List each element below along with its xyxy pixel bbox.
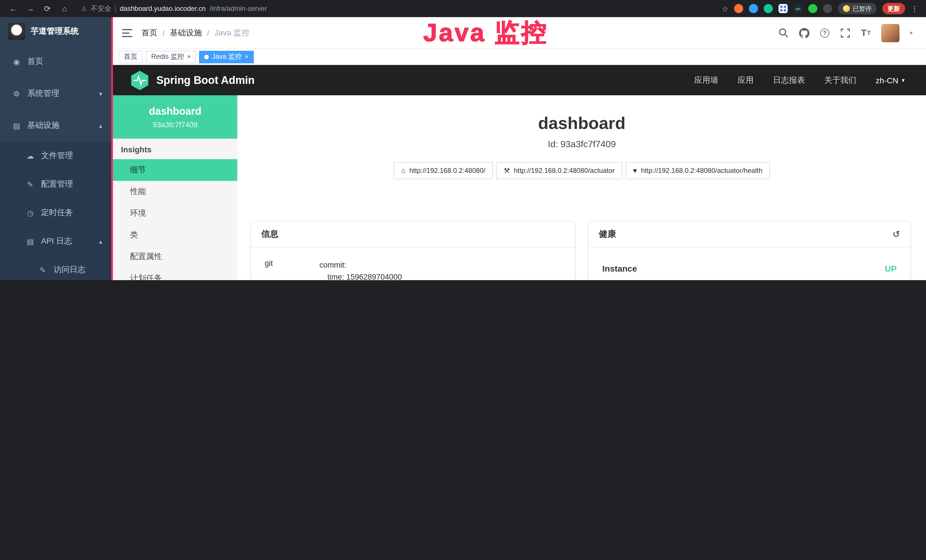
- browser-update-button[interactable]: 更新: [882, 3, 905, 14]
- address-divider: [115, 5, 116, 12]
- sba-menu-metrics[interactable]: 性能: [113, 181, 237, 203]
- search-icon[interactable]: [779, 27, 789, 38]
- sba-nav-wallboard[interactable]: 应用墙: [694, 75, 719, 85]
- sidebar-item-home[interactable]: ◉ 首页: [0, 45, 111, 77]
- info-card-title: 信息: [251, 221, 575, 248]
- sba-header: Spring Boot Admin 应用墙 应用 日志报表 关于我们 zh-CN…: [113, 65, 926, 95]
- health-instance-label: Instance: [602, 263, 637, 273]
- avatar-caret-icon[interactable]: ▾: [910, 30, 912, 36]
- hamburger-icon[interactable]: [122, 28, 132, 37]
- sba-nav: 应用墙 应用 日志报表 关于我们 zh-CN ▾: [694, 75, 905, 85]
- access-log-icon: ✎: [38, 266, 48, 274]
- sidebar-item-file-management[interactable]: ☁ 文件管理: [0, 141, 111, 170]
- extension-icon-1[interactable]: [734, 4, 743, 13]
- sidebar-item-label: API 日志: [41, 236, 72, 247]
- chevron-up-icon: ▴: [99, 123, 102, 129]
- health-status-badge: UP: [885, 263, 897, 273]
- tab-label: Java 监控: [212, 52, 242, 62]
- help-icon[interactable]: ?: [820, 27, 830, 38]
- logo-image: [8, 23, 25, 40]
- browser-home-icon[interactable]: ⌂: [59, 4, 70, 13]
- instance-name: dashboard: [149, 105, 201, 117]
- close-icon[interactable]: ×: [245, 54, 248, 60]
- sidebar-item-api-logs[interactable]: ▤ API 日志 ▴: [0, 227, 111, 256]
- sba-menu-scheduled-tasks[interactable]: 计划任务: [113, 268, 237, 280]
- paused-badge[interactable]: 已暂停: [838, 3, 877, 14]
- emoji-face-icon: [843, 5, 850, 12]
- extension-icon-4[interactable]: [779, 4, 788, 13]
- instance-id: 93a3fc7f7409: [153, 120, 198, 129]
- sba-body: dashboard 93a3fc7f7409 Insights 细节 性能 环境…: [113, 95, 926, 280]
- browser-menu-icon[interactable]: ⋮: [911, 4, 918, 13]
- sba-nav-about[interactable]: 关于我们: [825, 75, 856, 85]
- infrastructure-submenu: ☁ 文件管理 ✎ 配置管理 ◷ 定时任务 ▤ API 日志 ▴ ✎ 访问日志 ✎: [0, 141, 111, 280]
- instance-header[interactable]: dashboard 93a3fc7f7409: [113, 95, 237, 139]
- fullscreen-icon[interactable]: [840, 27, 850, 38]
- sidebar-item-config-management[interactable]: ✎ 配置管理: [0, 170, 111, 198]
- extension-icon-2[interactable]: [749, 4, 758, 13]
- page-instance-id: Id: 93a3fc7f7409: [237, 139, 926, 150]
- annotation-java-monitor: Java 监控: [423, 16, 548, 50]
- font-size-icon[interactable]: T T: [861, 27, 871, 38]
- tab-home[interactable]: 首页: [119, 50, 142, 63]
- security-warning-icon: ⚠: [81, 5, 87, 12]
- sba-menu-classes[interactable]: 类: [113, 224, 237, 246]
- tab-redis-monitor[interactable]: Redis 监控 ×: [146, 50, 196, 63]
- sba-nav-journal[interactable]: 日志报表: [773, 75, 805, 85]
- extension-icon-6[interactable]: [808, 4, 817, 13]
- browser-chrome: ← → ⟳ ⌂ ⚠ 不安全 dashboard.yudao.iocoder.cn…: [0, 0, 926, 17]
- user-avatar[interactable]: [881, 24, 899, 42]
- tab-label: Redis 监控: [151, 52, 184, 62]
- instance-links: ⌂ http://192.168.0.2:48080/ ⚒ http://192…: [237, 162, 926, 179]
- info-card: 信息 git commit: time: 1596289704000 id: 2…: [251, 221, 575, 280]
- breadcrumb-current: Java 监控: [215, 28, 250, 38]
- question-mark: ?: [820, 28, 829, 37]
- sba-brand[interactable]: Spring Boot Admin: [130, 70, 255, 91]
- tab-java-monitor[interactable]: Java 监控 ×: [199, 50, 254, 63]
- health-card: 健康 ↺ Instance UP: [589, 221, 910, 280]
- sba-menu-config-props[interactable]: 配置属性: [113, 246, 237, 268]
- instance-title-block: dashboard Id: 93a3fc7f7409 ⌂ http://192.…: [237, 95, 926, 179]
- sidebar-item-system[interactable]: ⚙ 系统管理 ▾: [0, 77, 111, 109]
- dashboard-icon: ◉: [11, 58, 22, 66]
- extension-icon-3[interactable]: [764, 4, 773, 13]
- locale-selector[interactable]: zh-CN ▾: [876, 76, 905, 85]
- bookmark-star-icon[interactable]: ☆: [722, 4, 728, 13]
- sidebar-item-label: 基础设施: [27, 120, 59, 131]
- sidebar-item-access-logs[interactable]: ✎ 访问日志: [0, 256, 111, 280]
- tab-label: 首页: [124, 52, 138, 62]
- url-host: dashboard.yudao.iocoder.cn: [120, 5, 206, 12]
- browser-back-icon[interactable]: ←: [8, 4, 18, 13]
- sidebar-item-scheduled-tasks[interactable]: ◷ 定时任务: [0, 198, 111, 227]
- browser-toolbar-right: ☆ on 已暂停 更新 ⋮: [722, 3, 918, 14]
- sba-menu-details[interactable]: 细节: [113, 159, 237, 181]
- admin-sidebar: 芋道管理系统 ◉ 首页 ⚙ 系统管理 ▾ ▤ 基础设施 ▴ ☁ 文件管理 ✎ 配…: [0, 17, 111, 280]
- github-icon[interactable]: [799, 27, 809, 38]
- sidebar-item-label: 访问日志: [54, 265, 86, 275]
- security-warning-label: 不安全: [91, 4, 111, 14]
- app-logo[interactable]: 芋道管理系统: [0, 17, 111, 45]
- instance-link-home[interactable]: ⌂ http://192.168.0.2:48080/: [394, 162, 493, 179]
- extensions-puzzle-icon[interactable]: [823, 4, 832, 13]
- url-path: /infra/admin-server: [210, 5, 267, 12]
- instance-link-actuator[interactable]: ⚒ http://192.168.0.2:48080/actuator: [496, 162, 622, 179]
- extension-icon-5[interactable]: on: [793, 4, 802, 13]
- browser-forward-icon[interactable]: →: [25, 4, 35, 13]
- history-icon[interactable]: ↺: [892, 229, 900, 240]
- font-size-large: T: [861, 28, 867, 38]
- wrench-icon: ⚒: [504, 166, 510, 175]
- close-icon[interactable]: ×: [187, 54, 191, 60]
- breadcrumb-infrastructure[interactable]: 基础设施: [170, 28, 202, 38]
- browser-reload-icon[interactable]: ⟳: [42, 4, 53, 13]
- chevron-down-icon: ▾: [902, 77, 905, 83]
- breadcrumb-home[interactable]: 首页: [141, 28, 157, 38]
- app-title: 芋道管理系统: [31, 26, 79, 36]
- health-card-title: 健康: [599, 229, 616, 240]
- instance-link-health[interactable]: ♥ http://192.168.0.2:48080/actuator/heal…: [625, 162, 770, 179]
- insights-group: Insights 细节 性能 环境 类 配置属性 计划任务: [113, 139, 237, 280]
- sidebar-item-infrastructure[interactable]: ▤ 基础设施 ▴: [0, 109, 111, 141]
- address-bar[interactable]: ⚠ 不安全 dashboard.yudao.iocoder.cn/infra/a…: [81, 4, 267, 14]
- sba-nav-applications[interactable]: 应用: [738, 75, 754, 85]
- sba-menu-environment[interactable]: 环境: [113, 203, 237, 224]
- git-key: git: [265, 259, 319, 280]
